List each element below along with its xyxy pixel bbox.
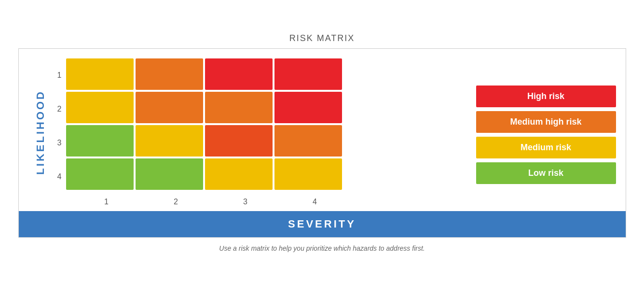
caption: Use a risk matrix to help you prioritize… <box>219 244 425 252</box>
legend-medium-risk: Medium risk <box>476 137 616 158</box>
grid-row-3 <box>66 92 342 123</box>
legend-medium-high-risk: Medium high risk <box>476 111 616 133</box>
cell-1-1 <box>66 158 134 190</box>
y-axis-label: LIKELIHOOD <box>34 90 47 175</box>
grid-row-2 <box>66 125 342 157</box>
grid-container <box>66 58 342 190</box>
y-label-3: 3 <box>57 127 62 158</box>
x-label-3: 3 <box>212 198 279 206</box>
y-labels: 4 3 2 1 <box>57 58 62 194</box>
legend-low-risk: Low risk <box>476 162 616 184</box>
chart-wrapper: LIKELIHOOD 4 3 2 1 <box>28 58 462 206</box>
legend: High risk Medium high risk Medium risk L… <box>476 58 616 206</box>
x-label-1: 1 <box>73 198 140 206</box>
chart-area: 4 3 2 1 <box>57 58 462 206</box>
main-box: LIKELIHOOD 4 3 2 1 <box>18 48 626 238</box>
cell-3-2 <box>136 92 203 123</box>
cell-1-2 <box>136 158 203 190</box>
chart-title: RISK MATRIX <box>289 33 355 43</box>
grid-row-4 <box>66 58 342 90</box>
grid-and-labels: 4 3 2 1 <box>57 58 462 194</box>
cell-4-3 <box>205 58 273 90</box>
cell-1-3 <box>205 158 273 190</box>
x-label-2: 2 <box>142 198 210 206</box>
cell-1-4 <box>274 158 342 190</box>
top-section: LIKELIHOOD 4 3 2 1 <box>19 49 626 211</box>
legend-high-risk: High risk <box>476 86 616 107</box>
y-label-1: 1 <box>57 59 62 91</box>
cell-2-1 <box>66 125 134 157</box>
cell-3-1 <box>66 92 134 123</box>
grid-row-1 <box>66 158 342 190</box>
cell-2-4 <box>274 125 342 157</box>
cell-4-2 <box>136 58 203 90</box>
cell-4-4 <box>274 58 342 90</box>
x-labels: 1 2 3 4 <box>72 198 350 206</box>
outer-container: RISK MATRIX LIKELIHOOD 4 3 2 1 <box>18 33 626 252</box>
y-label-4: 4 <box>57 161 62 192</box>
x-axis-label: SEVERITY <box>19 211 626 237</box>
x-label-4: 4 <box>281 198 349 206</box>
cell-3-3 <box>205 92 273 123</box>
likelihood-label: LIKELIHOOD <box>28 58 53 206</box>
cell-4-1 <box>66 58 134 90</box>
cell-3-4 <box>274 92 342 123</box>
cell-2-3 <box>205 125 273 157</box>
cell-2-2 <box>136 125 203 157</box>
y-label-2: 2 <box>57 93 62 125</box>
